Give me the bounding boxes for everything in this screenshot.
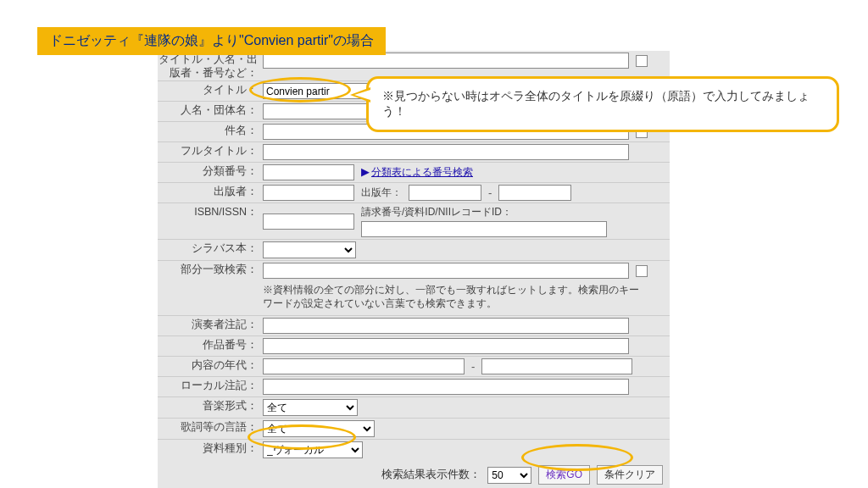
label-isbn: ISBN/ISSN：	[158, 204, 261, 219]
dash-era: -	[471, 360, 475, 373]
callout-tail-icon	[350, 87, 370, 103]
input-full-title[interactable]	[263, 144, 629, 160]
arrow-icon: ▶	[361, 165, 370, 178]
label-partial: 部分一致検索：	[158, 262, 261, 277]
input-pub-year-from[interactable]	[409, 185, 481, 201]
input-local-note[interactable]	[263, 379, 629, 395]
input-class-no[interactable]	[263, 164, 354, 180]
label-subject: 件名：	[158, 123, 261, 138]
tip-callout-text: ※見つからない時はオペラ全体のタイトルを原綴り（原語）で入力してみましょう！	[382, 89, 810, 118]
label-syllabus: シラバス本：	[158, 241, 261, 256]
checkbox-title-person-etc[interactable]	[636, 55, 648, 67]
input-performer[interactable]	[263, 318, 629, 334]
label-title: タイトル：	[158, 82, 261, 97]
partial-note: ※資料情報の全ての部分に対し、一部でも一致すればヒットします。検索用のキーワード…	[263, 282, 648, 313]
label-class-no: 分類番号：	[158, 164, 261, 179]
link-class-table[interactable]: 分類表による番号検索	[371, 166, 473, 178]
search-go-button[interactable]: 検索GO	[538, 465, 590, 485]
checkbox-partial[interactable]	[636, 265, 648, 277]
label-result-count: 検索結果表示件数：	[381, 468, 481, 482]
label-title-person-etc: タイトル・人名・出版者・番号など：	[158, 52, 261, 80]
select-form[interactable]: 全て	[263, 399, 358, 416]
select-result-count[interactable]: 50	[487, 467, 531, 484]
input-call-no[interactable]	[361, 221, 607, 237]
select-syllabus[interactable]	[263, 241, 356, 258]
label-publisher: 出版者：	[158, 184, 261, 199]
label-pub-year: 出版年：	[361, 186, 402, 200]
input-work-no[interactable]	[263, 338, 629, 354]
select-doc-type[interactable]: _ヴォーカル	[263, 441, 363, 458]
input-era-to[interactable]	[481, 358, 632, 374]
label-name-org: 人名・団体名：	[158, 103, 261, 118]
dash-pub-year: -	[488, 186, 492, 199]
label-full-title: フルタイトル：	[158, 143, 261, 158]
input-era-from[interactable]	[263, 358, 465, 374]
input-publisher[interactable]	[263, 185, 354, 201]
label-local-note: ローカル注記：	[158, 378, 261, 393]
label-lang: 歌詞等の言語：	[158, 419, 261, 435]
label-work-no: 作品番号：	[158, 337, 261, 352]
input-pub-year-to[interactable]	[498, 185, 571, 201]
input-isbn[interactable]	[263, 214, 354, 230]
select-lang[interactable]: 全て	[263, 420, 375, 437]
label-doc-type: 資料種別：	[158, 441, 261, 456]
instruction-banner: ドニゼッティ『連隊の娘』より"Convien partir"の場合	[37, 27, 386, 55]
label-era: 内容の年代：	[158, 358, 261, 373]
tip-callout: ※見つからない時はオペラ全体のタイトルを原綴り（原語）で入力してみましょう！	[366, 76, 839, 132]
input-partial[interactable]	[263, 263, 629, 279]
label-call-no: 請求番号/資料ID/NIIレコードID：	[361, 205, 607, 219]
label-form: 音楽形式：	[158, 398, 261, 413]
label-performer: 演奏者注記：	[158, 317, 261, 332]
clear-button[interactable]: 条件クリア	[597, 465, 663, 485]
class-link-wrapper: ▶分類表による番号検索	[361, 165, 473, 180]
